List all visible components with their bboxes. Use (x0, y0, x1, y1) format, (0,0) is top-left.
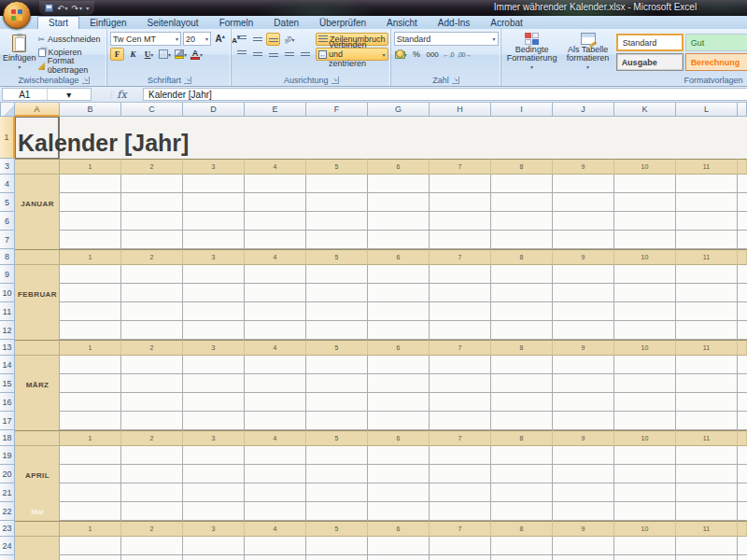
calendar-cell[interactable] (306, 193, 368, 212)
row-header[interactable]: 5 (0, 193, 15, 212)
calendar-cell[interactable] (306, 502, 368, 521)
tab-formeln[interactable]: Formeln (209, 16, 264, 29)
calendar-cell[interactable] (676, 284, 738, 302)
calendar-cell[interactable] (368, 555, 430, 560)
calendar-cell[interactable] (491, 502, 553, 521)
calendar-cell[interactable] (183, 393, 245, 412)
day-number-cell[interactable]: 2 (121, 249, 183, 265)
calendar-cell[interactable] (614, 537, 676, 555)
calendar-cell[interactable] (491, 555, 553, 560)
row-header[interactable]: 17 (0, 412, 15, 430)
column-header-g[interactable]: G (368, 103, 430, 117)
day-number-cell[interactable]: 3 (183, 159, 245, 175)
column-header-j[interactable]: J (553, 103, 614, 117)
font-size-combo[interactable]: 20▾ (183, 32, 211, 46)
partial-cell[interactable] (738, 521, 747, 537)
calendar-cell[interactable] (430, 356, 491, 374)
tab-add-ins[interactable]: Add-Ins (428, 16, 480, 29)
calendar-cell[interactable] (430, 537, 491, 555)
calendar-cell[interactable] (368, 483, 430, 502)
calendar-cell[interactable] (491, 321, 553, 340)
day-number-cell[interactable]: 5 (306, 249, 368, 265)
calendar-cell[interactable] (676, 446, 738, 465)
calendar-cell[interactable] (121, 483, 183, 502)
calendar-cell[interactable] (676, 393, 738, 412)
calendar-cell[interactable] (368, 265, 430, 284)
calendar-cell[interactable] (491, 302, 553, 321)
calendar-cell[interactable] (614, 465, 676, 483)
merge-center-button[interactable]: ↔Verbinden und zentrieren▾ (316, 48, 388, 61)
partial-cell[interactable] (738, 446, 747, 465)
paste-button[interactable]: Einfügen ▾ (3, 31, 36, 74)
row-header[interactable]: 9 (0, 265, 15, 284)
row-header[interactable]: 18 (0, 430, 15, 446)
day-number-cell[interactable]: 11 (676, 340, 738, 356)
calendar-cell[interactable] (121, 393, 183, 412)
conditional-formatting-button[interactable]: Bedingte Formatierung▾ (504, 31, 560, 74)
align-bottom-button[interactable] (266, 33, 280, 46)
calendar-cell[interactable] (491, 537, 553, 555)
orientation-button[interactable]: ab▾ (282, 33, 296, 46)
partial-cell[interactable] (738, 412, 747, 430)
day-number-cell[interactable]: 2 (121, 340, 183, 356)
day-number-cell[interactable]: 4 (245, 340, 306, 356)
cell-style-gut[interactable]: Gut (685, 34, 747, 51)
calendar-cell[interactable] (368, 446, 430, 465)
calendar-cell[interactable] (676, 465, 738, 483)
calendar-cell[interactable] (491, 356, 553, 374)
calendar-cell[interactable] (60, 284, 121, 302)
row-header[interactable]: 16 (0, 393, 15, 412)
grow-font-button[interactable]: A▴ (213, 33, 227, 46)
cell-style-berechnung[interactable]: Berechnung (685, 53, 747, 71)
calendar-cell[interactable] (553, 302, 614, 321)
calendar-cell[interactable] (614, 212, 676, 231)
tab--berpr-fen[interactable]: Überprüfen (309, 16, 376, 29)
calendar-cell[interactable] (491, 465, 553, 483)
fill-color-button[interactable]: ▾ (174, 48, 188, 61)
calendar-cell[interactable] (245, 356, 306, 374)
calendar-cell[interactable] (676, 502, 738, 521)
calendar-cell[interactable] (183, 321, 245, 340)
calendar-cell[interactable] (121, 555, 183, 560)
calendar-cell[interactable] (491, 175, 553, 193)
calendar-cell[interactable] (121, 502, 183, 521)
calendar-cell[interactable] (183, 356, 245, 374)
calendar-cell[interactable] (60, 446, 121, 465)
tab-acrobat[interactable]: Acrobat (480, 16, 532, 29)
day-number-cell[interactable]: 5 (306, 521, 368, 537)
row-header[interactable]: 10 (0, 284, 15, 302)
day-number-cell[interactable]: 8 (491, 159, 553, 175)
partial-cell[interactable] (738, 231, 747, 249)
calendar-cell[interactable] (614, 302, 676, 321)
calendar-cell[interactable] (676, 231, 738, 249)
calendar-cell[interactable] (368, 302, 430, 321)
row-header[interactable]: 23 (0, 521, 15, 537)
calendar-cell[interactable] (368, 193, 430, 212)
calendar-cell[interactable] (491, 374, 553, 393)
calendar-cell[interactable] (368, 502, 430, 521)
day-number-cell[interactable]: 5 (306, 430, 368, 446)
calendar-cell[interactable] (553, 212, 614, 231)
partial-cell[interactable] (738, 356, 747, 374)
calendar-cell[interactable] (553, 284, 614, 302)
row-header[interactable]: 1 (0, 117, 15, 159)
calendar-cell[interactable] (306, 284, 368, 302)
calendar-cell[interactable] (553, 393, 614, 412)
calendar-cell[interactable] (614, 321, 676, 340)
calendar-cell[interactable] (183, 465, 245, 483)
partial-cell[interactable] (738, 265, 747, 284)
row-header[interactable]: 3 (0, 159, 15, 175)
calendar-cell[interactable] (614, 193, 676, 212)
day-number-cell[interactable]: 6 (368, 521, 430, 537)
name-box[interactable]: A1 ▾ (2, 88, 92, 101)
calendar-cell[interactable] (121, 302, 183, 321)
calendar-cell[interactable] (430, 321, 491, 340)
calendar-cell[interactable] (306, 537, 368, 555)
calendar-cell[interactable] (60, 555, 121, 560)
calendar-cell[interactable] (430, 412, 491, 430)
dialog-launcher-icon[interactable]: ↘ (452, 77, 459, 84)
calendar-cell[interactable] (306, 555, 368, 560)
calendar-cell[interactable] (676, 212, 738, 231)
day-number-cell[interactable]: 7 (430, 430, 491, 446)
calendar-cell[interactable] (368, 212, 430, 231)
